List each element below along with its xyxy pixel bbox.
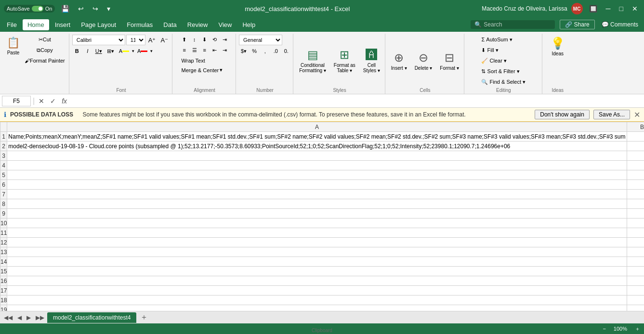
cancel-formula-button[interactable]: ✕ xyxy=(37,97,46,105)
increase-font-button[interactable]: A⁺ xyxy=(146,35,158,45)
cell-B3[interactable] xyxy=(627,151,644,161)
cell-B12[interactable] xyxy=(627,238,644,247)
font-color-button[interactable]: A xyxy=(135,46,149,56)
sheet-tab-0[interactable]: model2_classificationwithtest4 xyxy=(47,312,136,323)
wrap-text-button[interactable]: Wrap Text xyxy=(180,56,207,65)
cell-A4[interactable] xyxy=(7,161,627,170)
copy-button[interactable]: ⧉ Copy xyxy=(23,45,67,55)
sheet-nav-last[interactable]: ▶▶ xyxy=(34,313,46,322)
cell-B15[interactable] xyxy=(627,267,644,276)
cell-A1[interactable]: Name;Points;meanX;meanY;meanZ;SF#1 name;… xyxy=(7,132,627,141)
font-color-dropdown[interactable]: ▾ xyxy=(150,49,153,53)
delete-button[interactable]: ⊖ Delete ▾ xyxy=(412,49,435,73)
cell-B16[interactable] xyxy=(627,276,644,286)
menu-help[interactable]: Help xyxy=(237,19,260,30)
menu-data[interactable]: Data xyxy=(158,19,181,30)
decrease-font-button[interactable]: A⁻ xyxy=(158,35,170,45)
bold-button[interactable]: B xyxy=(72,46,82,56)
row-header-5[interactable]: 5 xyxy=(0,170,7,180)
row-header-9[interactable]: 9 xyxy=(0,209,7,218)
row-header-15[interactable]: 15 xyxy=(0,267,7,276)
cell-A7[interactable] xyxy=(7,190,627,199)
cell-B1[interactable] xyxy=(627,132,644,141)
cell-A8[interactable] xyxy=(7,199,627,209)
cell-B10[interactable] xyxy=(627,218,644,228)
row-header-11[interactable]: 11 xyxy=(0,228,7,238)
cell-B4[interactable] xyxy=(627,161,644,170)
align-top-button[interactable]: ⬆ xyxy=(180,35,189,44)
menu-insert[interactable]: Insert xyxy=(50,19,76,30)
cell-A3[interactable] xyxy=(7,151,627,161)
row-header-6[interactable]: 6 xyxy=(0,180,7,190)
cell-A6[interactable] xyxy=(7,180,627,190)
insert-button[interactable]: ⊕ Insert ▾ xyxy=(388,49,410,73)
comma-button[interactable]: , xyxy=(260,46,270,56)
sheet-nav-next[interactable]: ▶ xyxy=(25,313,33,322)
format-button[interactable]: ⊟ Format ▾ xyxy=(437,49,461,73)
indent-increase-button[interactable]: ⇥ xyxy=(220,35,230,44)
cell-A15[interactable] xyxy=(7,267,627,276)
align-center-button[interactable]: ☰ xyxy=(190,45,199,55)
sort-filter-button[interactable]: ⇅ Sort & Filter ▾ xyxy=(479,66,521,76)
row-header-12[interactable]: 12 xyxy=(0,238,7,247)
add-sheet-button[interactable]: ＋ xyxy=(137,312,151,322)
align-middle-button[interactable]: ↕ xyxy=(190,35,199,44)
cell-A19[interactable] xyxy=(7,305,627,311)
menu-page-layout[interactable]: Page Layout xyxy=(76,19,121,30)
sheet-nav-first[interactable]: ◀◀ xyxy=(2,313,14,322)
paste-button[interactable]: 📋 Paste xyxy=(4,35,23,57)
cell-B8[interactable] xyxy=(627,199,644,209)
menu-review[interactable]: Review xyxy=(183,19,213,30)
cell-reference-box[interactable] xyxy=(2,96,31,106)
number-format-select[interactable]: General xyxy=(239,35,282,45)
menu-formulas[interactable]: Formulas xyxy=(122,19,158,30)
cell-A12[interactable] xyxy=(7,238,627,247)
underline-button[interactable]: U▾ xyxy=(93,46,104,56)
clear-button[interactable]: 🧹 Clear ▾ xyxy=(479,56,508,65)
cell-B14[interactable] xyxy=(627,257,644,267)
cell-B17[interactable] xyxy=(627,286,644,295)
confirm-formula-button[interactable]: ✓ xyxy=(48,97,58,105)
undo-button[interactable]: ↩ xyxy=(76,4,86,13)
save-button[interactable]: 💾 xyxy=(59,4,72,13)
row-header-4[interactable]: 4 xyxy=(0,161,7,170)
row-header-3[interactable]: 3 xyxy=(0,151,7,161)
fill-button[interactable]: ⬇ Fill ▾ xyxy=(479,45,500,55)
cell-B19[interactable] xyxy=(627,305,644,311)
italic-button[interactable]: I xyxy=(83,46,92,56)
font-size-select[interactable]: 11 xyxy=(126,35,145,45)
save-as-button[interactable]: Save As... xyxy=(593,110,630,119)
search-input[interactable] xyxy=(484,21,551,28)
cell-styles-button[interactable]: 🅰 CellStyles ▾ xyxy=(360,46,383,75)
fill-color-button[interactable]: A xyxy=(117,46,131,56)
cell-A17[interactable] xyxy=(7,286,627,295)
increase-decimal-button[interactable]: .0 xyxy=(271,46,280,56)
dont-show-again-button[interactable]: Don't show again xyxy=(535,110,590,119)
cell-A9[interactable] xyxy=(7,209,627,218)
cell-B7[interactable] xyxy=(627,190,644,199)
autosave-toggle[interactable]: AutoSave On xyxy=(4,5,55,13)
autosum-button[interactable]: Σ AutoSum ▾ xyxy=(479,35,514,44)
col-header-A[interactable]: A xyxy=(7,122,627,132)
row-header-7[interactable]: 7 xyxy=(0,190,7,199)
cell-B2[interactable] xyxy=(627,141,644,151)
format-as-table-button[interactable]: ⊞ Format asTable ▾ xyxy=(331,46,358,75)
currency-button[interactable]: $▾ xyxy=(239,46,249,56)
row-header-13[interactable]: 13 xyxy=(0,247,7,257)
cell-A14[interactable] xyxy=(7,257,627,267)
cut-button[interactable]: ✂ Cut xyxy=(23,35,67,44)
fill-color-dropdown[interactable]: ▾ xyxy=(132,49,134,53)
menu-home[interactable]: Home xyxy=(23,19,49,30)
font-name-select[interactable]: Calibri xyxy=(72,35,125,45)
row-header-16[interactable]: 16 xyxy=(0,276,7,286)
col-header-B[interactable]: B xyxy=(627,122,644,132)
info-close-button[interactable]: ✕ xyxy=(634,110,640,119)
indent-decrease-button[interactable]: ⇤ xyxy=(210,45,220,55)
formula-input[interactable] xyxy=(71,97,642,105)
sheet-area[interactable]: A B C D E F G H I J K L M xyxy=(0,122,644,311)
redo-button[interactable]: ↪ xyxy=(90,4,101,13)
cell-A18[interactable] xyxy=(7,295,627,305)
row-header-18[interactable]: 18 xyxy=(0,295,7,305)
row-header-19[interactable]: 19 xyxy=(0,305,7,311)
percent-button[interactable]: % xyxy=(250,46,259,56)
